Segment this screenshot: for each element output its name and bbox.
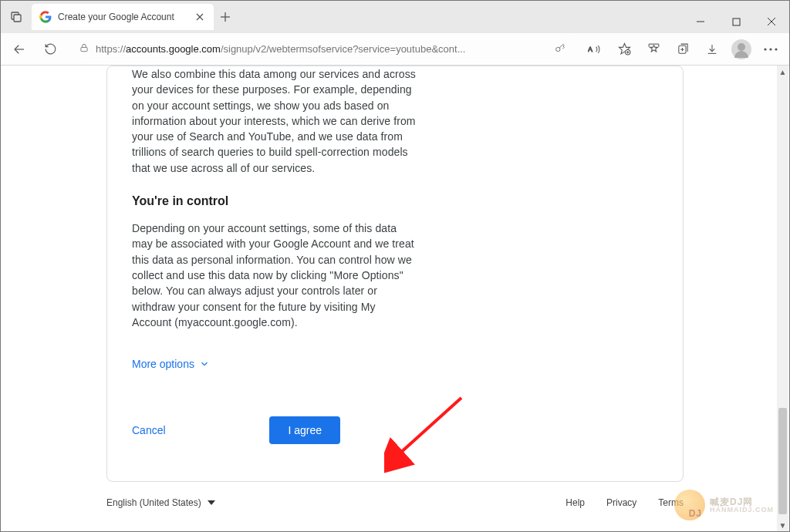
window-minimize-button[interactable] [683,10,718,33]
tab-actions-button[interactable] [1,1,32,33]
scroll-down-button[interactable]: ▼ [777,519,788,531]
tab-close-button[interactable] [194,11,206,23]
add-favorite-button[interactable] [610,37,638,62]
svg-point-12 [556,47,560,51]
terms-link[interactable]: Terms [658,497,684,508]
avatar-icon [731,39,751,59]
browser-titlebar: Create your Google Account [1,1,789,33]
collections-button[interactable] [669,37,697,62]
google-favicon-icon [39,11,52,23]
browser-toolbar: https://accounts.google.com/signup/v2/we… [1,33,789,66]
page-footer: English (United States) Help Privacy Ter… [106,497,684,508]
privacy-link[interactable]: Privacy [606,497,636,508]
password-key-icon[interactable] [554,42,566,56]
url-text: https://accounts.google.com/signup/v2/we… [96,43,548,55]
page-viewport: We also combine this data among our serv… [1,66,789,531]
more-options-button[interactable]: More options [132,358,417,370]
svg-point-27 [769,48,771,50]
svg-marker-29 [208,500,215,505]
language-label: English (United States) [106,497,201,508]
refresh-button[interactable] [36,37,64,62]
chevron-down-icon [199,359,210,369]
downloads-button[interactable] [698,37,726,62]
favorites-button[interactable] [640,37,667,62]
svg-rect-11 [81,47,87,51]
lock-icon [79,42,89,56]
cancel-button[interactable]: Cancel [132,424,166,436]
vertical-scrollbar[interactable]: ▲ ▼ [777,66,788,531]
back-button[interactable] [5,37,33,62]
address-bar[interactable]: https://accounts.google.com/signup/v2/we… [70,38,575,61]
youre-in-control-heading: You're in control [132,194,417,208]
browser-tab[interactable]: Create your Google Account [32,4,214,30]
help-link[interactable]: Help [565,497,585,508]
window-close-button[interactable] [754,10,789,33]
tab-title: Create your Google Account [58,12,194,22]
svg-rect-1 [14,15,21,22]
action-row: Cancel I agree [132,416,417,444]
svg-point-26 [764,48,766,50]
caret-down-icon [208,500,215,505]
read-aloud-button[interactable]: A [581,37,609,62]
scroll-up-button[interactable]: ▲ [777,66,788,78]
svg-text:A: A [588,45,592,53]
profile-button[interactable] [728,37,755,62]
combine-data-paragraph: We also combine this data among our serv… [132,66,417,176]
i-agree-button[interactable]: I agree [269,416,340,444]
more-menu-button[interactable] [757,37,785,62]
new-tab-button[interactable] [214,4,237,30]
signup-card: We also combine this data among our serv… [106,66,684,482]
svg-rect-7 [733,19,740,25]
window-maximize-button[interactable] [718,10,754,33]
control-paragraph: Depending on your account settings, some… [132,221,417,330]
scroll-thumb[interactable] [778,408,787,514]
svg-point-28 [775,48,777,50]
more-options-label: More options [132,358,194,370]
language-selector[interactable]: English (United States) [106,497,215,508]
